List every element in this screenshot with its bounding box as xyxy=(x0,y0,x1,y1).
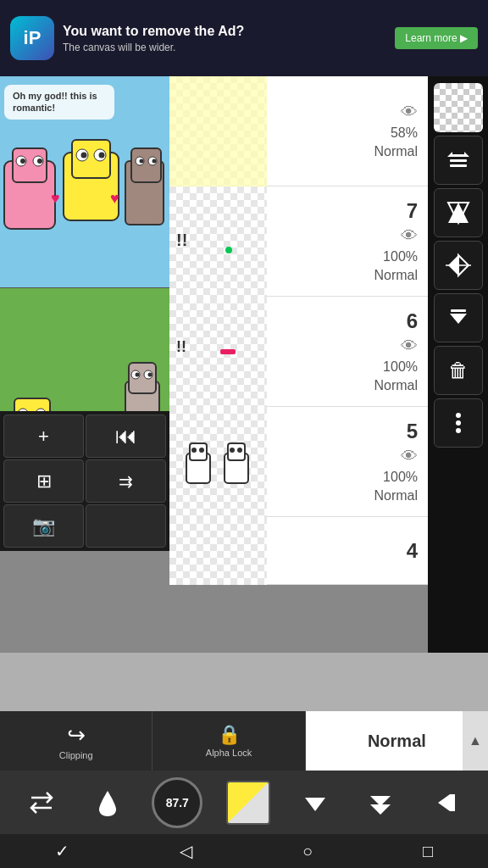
layer-number: 7 xyxy=(407,199,418,223)
svg-point-80 xyxy=(456,428,461,433)
svg-point-11 xyxy=(99,153,105,159)
svg-rect-45 xyxy=(169,76,267,186)
drawing-preview: Oh my god!! this is romantic! xyxy=(0,76,169,551)
back-button[interactable] xyxy=(425,782,468,824)
brush-size-indicator[interactable]: 87.7 xyxy=(152,777,202,828)
recents-button[interactable]: □ xyxy=(423,842,433,861)
ad-learn-button[interactable]: Learn more ▶ xyxy=(395,27,478,49)
checkmark-button[interactable]: ✓ xyxy=(55,841,69,861)
svg-marker-73 xyxy=(448,203,469,223)
ad-text: You want to remove the Ad? The canvas wi… xyxy=(63,23,386,53)
svg-rect-85 xyxy=(450,794,455,811)
layer-info: 4 xyxy=(267,517,428,584)
svg-text:♥: ♥ xyxy=(51,190,60,207)
prev-frame-button[interactable]: ⏮ xyxy=(86,415,166,458)
layer-item[interactable]: !! 7 👁 100% Normal xyxy=(169,186,428,297)
layer-thumbnail xyxy=(169,407,267,517)
svg-point-39 xyxy=(148,373,152,377)
svg-text:!!: !! xyxy=(176,338,186,355)
layer-info: 7 👁 100% Normal xyxy=(267,186,428,296)
svg-rect-69 xyxy=(450,159,467,162)
layers-panel[interactable]: 👁 58% Normal !! xyxy=(169,76,428,585)
transform-button[interactable] xyxy=(434,188,483,237)
svg-point-78 xyxy=(456,413,461,418)
add-layer-button[interactable]: + xyxy=(3,415,84,458)
more-options-button[interactable] xyxy=(434,398,483,448)
svg-point-38 xyxy=(136,373,140,377)
layer-number: 4 xyxy=(407,539,418,563)
ad-subtitle: The canvas will be wider. xyxy=(63,42,386,53)
eyedropper-tool-button[interactable] xyxy=(86,782,129,824)
clipping-icon: ↩ xyxy=(67,722,86,748)
svg-point-17 xyxy=(152,159,157,164)
frame-next-button[interactable] xyxy=(359,782,402,824)
add-frame-button[interactable]: ⊞ xyxy=(3,459,84,503)
layer-info: 5 👁 100% Normal xyxy=(267,407,428,516)
clipping-label: Clipping xyxy=(59,750,93,760)
layer-thumbnail xyxy=(169,517,267,585)
layer-mode: Normal xyxy=(374,144,418,159)
layer-opacity: 100% xyxy=(383,470,418,485)
blend-mode-value: Normal xyxy=(368,732,426,751)
svg-rect-70 xyxy=(450,164,467,167)
svg-point-79 xyxy=(456,420,461,426)
alpha-lock-label: Alpha Lock xyxy=(206,748,252,758)
layer-item[interactable]: !! 6 👁 100% Normal xyxy=(169,297,428,407)
svg-marker-71 xyxy=(447,152,452,157)
svg-text:!!: !! xyxy=(176,231,187,249)
svg-point-4 xyxy=(20,159,25,164)
svg-rect-57 xyxy=(169,407,267,517)
clipping-button[interactable]: ↩ Clipping xyxy=(0,711,152,771)
layer-item[interactable]: 👁 58% Normal xyxy=(169,76,428,186)
svg-marker-72 xyxy=(464,152,469,157)
layer-number: 5 xyxy=(407,420,418,443)
keyframe-button[interactable]: ⇉ xyxy=(86,459,166,503)
svg-marker-84 xyxy=(438,794,450,811)
svg-point-16 xyxy=(140,159,144,164)
svg-marker-83 xyxy=(370,804,391,815)
layer-opacity: 100% xyxy=(383,359,418,375)
visibility-icon[interactable]: 👁 xyxy=(401,103,418,122)
layer-info: 6 👁 100% Normal xyxy=(267,297,428,406)
svg-rect-67 xyxy=(169,517,267,585)
layer-thumbnail: !! xyxy=(169,297,267,407)
svg-point-10 xyxy=(81,153,87,159)
tool-row: 87.7 xyxy=(0,771,488,834)
alpha-lock-button[interactable]: 🔒 Alpha Lock xyxy=(152,711,305,771)
merge-down-button[interactable] xyxy=(434,293,483,342)
layer-info: 👁 58% Normal xyxy=(267,76,428,186)
layer-opacity: 58% xyxy=(391,125,418,141)
checker-pattern-button[interactable] xyxy=(434,83,483,132)
layer-number: 6 xyxy=(407,309,418,333)
blend-mode-arrow[interactable]: ▲ xyxy=(463,711,488,771)
svg-text:♥: ♥ xyxy=(110,190,119,207)
layer-opacity: 100% xyxy=(383,249,418,264)
drawing-upper: Oh my god!! this is romantic! xyxy=(0,76,169,288)
back-nav-button[interactable]: ◁ xyxy=(180,841,192,861)
layer-down-button[interactable] xyxy=(294,782,336,824)
blend-mode-selector[interactable]: Normal ▲ xyxy=(306,711,488,771)
left-toolbar: + ⏮ ⊞ ⇉ 📷 xyxy=(0,411,169,551)
right-toolbar: 🗑 xyxy=(428,76,488,653)
move-button[interactable] xyxy=(434,136,483,185)
ad-banner: iP You want to remove the Ad? The canvas… xyxy=(0,0,488,76)
camera-button[interactable]: 📷 xyxy=(3,504,84,548)
visibility-icon[interactable]: 👁 xyxy=(401,447,418,466)
layer-mode: Normal xyxy=(374,268,418,283)
layer-item[interactable]: 5 👁 100% Normal xyxy=(169,407,428,517)
svg-point-61 xyxy=(199,448,204,453)
visibility-icon[interactable]: 👁 xyxy=(401,337,418,356)
flip-button[interactable] xyxy=(434,241,483,290)
layer-thumbnail: !! xyxy=(169,186,267,297)
layer-item[interactable]: 4 xyxy=(169,517,428,585)
swap-tool-button[interactable] xyxy=(20,782,63,824)
alpha-lock-icon: 🔒 xyxy=(218,724,241,746)
color-swatch[interactable] xyxy=(226,781,270,825)
svg-rect-13 xyxy=(131,148,161,182)
upper-characters: ♥ ♥ xyxy=(0,76,169,288)
ad-title: You want to remove the Ad? xyxy=(63,23,386,39)
svg-point-50 xyxy=(225,247,232,253)
delete-layer-button[interactable]: 🗑 xyxy=(434,346,483,395)
visibility-icon[interactable]: 👁 xyxy=(401,226,418,246)
home-button[interactable]: ○ xyxy=(302,842,313,861)
